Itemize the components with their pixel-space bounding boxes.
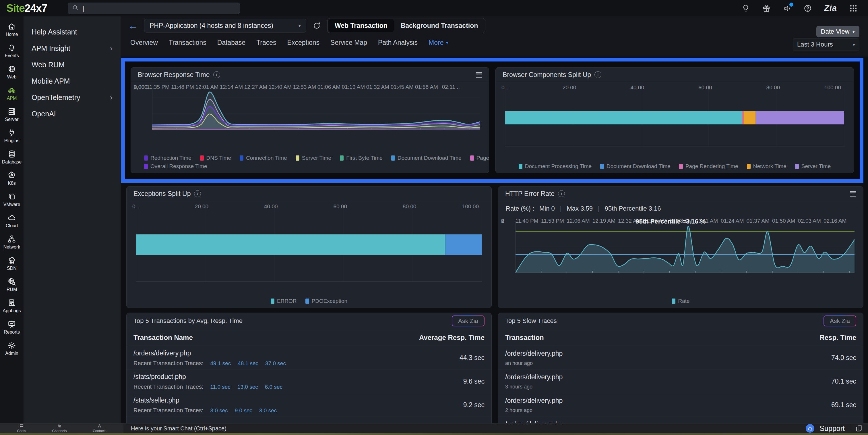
legend-item[interactable]: Connection Time (240, 155, 287, 161)
legend-item[interactable]: Page Rendering Time (470, 155, 489, 161)
sidebar-item-cloud[interactable]: Cloud (6, 213, 18, 228)
sidebar-item-applogs[interactable]: AppLogs (3, 298, 21, 314)
legend-item[interactable]: Document Download Time (391, 155, 462, 161)
dock-item-contacts[interactable]: Contacts (93, 424, 106, 433)
trace-link[interactable]: 6.0 sec (265, 384, 282, 390)
sidebar-item-events[interactable]: Events (5, 44, 19, 58)
tab-traces[interactable]: Traces (256, 39, 276, 47)
trace-transaction-name[interactable]: /orders/delivery.php (505, 397, 563, 405)
legend-item[interactable]: DNS Time (200, 155, 231, 161)
line-chart-plot[interactable] (152, 87, 480, 130)
application-selector[interactable]: PHP-Application (4 hosts and 8 instances… (144, 19, 306, 32)
legend-item[interactable]: Page Rendering Time (679, 163, 738, 170)
tab-transactions[interactable]: Transactions (169, 39, 206, 47)
legend-item[interactable]: Network Time (747, 163, 786, 170)
transaction-name[interactable]: /stats/product.php (133, 373, 282, 381)
table-row[interactable]: /orders/delivery.phpan hour ago74.0 sec (498, 346, 863, 370)
idea-icon[interactable] (741, 4, 750, 12)
subnav-item-help-assistant[interactable]: Help Assistant (24, 24, 121, 40)
sidebar-item-web[interactable]: Web (7, 65, 17, 80)
tab-database[interactable]: Database (217, 39, 245, 47)
subnav-item-mobile-apm[interactable]: Mobile APM (24, 73, 121, 89)
announcement-icon[interactable] (783, 4, 792, 12)
toggle-web-transaction[interactable]: Web Transaction (329, 19, 394, 32)
legend-item[interactable]: Overall Response Time (144, 163, 207, 170)
legend-item[interactable]: PDOException (305, 298, 348, 304)
smart-chat-hint[interactable]: Here is your Smart Chat (Ctrl+Space) (131, 425, 226, 432)
sidebar-item-database[interactable]: Database (2, 150, 22, 165)
sidebar-item-k8s[interactable]: K8s (7, 171, 16, 186)
trace-link[interactable]: 37.0 sec (265, 360, 286, 367)
info-icon[interactable]: i (558, 190, 565, 197)
sidebar-item-plugins[interactable]: Plugins (4, 128, 19, 143)
transaction-name[interactable]: /orders/delivery.php (133, 349, 286, 357)
subnav-item-apm-insight[interactable]: APM Insight› (24, 40, 121, 57)
column-avg-resp-time[interactable]: Average Resp. Time (419, 334, 485, 342)
time-range-select[interactable]: Last 3 Hours ▾ (793, 38, 859, 51)
sidebar-item-sdn[interactable]: SDN (7, 256, 17, 271)
tab-exceptions[interactable]: Exceptions (287, 39, 320, 47)
trace-transaction-name[interactable]: /orders/delivery.php (505, 350, 563, 357)
sidebar-item-vmware[interactable]: VMware (3, 192, 20, 207)
transaction-name[interactable]: /stats/seller.php (133, 397, 277, 404)
gift-icon[interactable] (762, 4, 771, 12)
table-row[interactable]: /stats/product.phpRecent Transaction Tra… (127, 370, 491, 393)
refresh-icon[interactable] (313, 22, 321, 30)
trace-link[interactable]: 49.1 sec (210, 360, 231, 367)
help-icon[interactable] (803, 4, 812, 12)
legend-item[interactable]: ERROR (271, 298, 297, 304)
subnav-item-web-rum[interactable]: Web RUM (24, 57, 121, 73)
trace-link[interactable]: 11.0 sec (210, 384, 230, 390)
trace-link[interactable]: 9.0 sec (235, 407, 252, 414)
trace-link[interactable]: 3.0 sec (259, 407, 277, 414)
trace-link[interactable]: 48.1 sec (238, 360, 258, 367)
zia-icon[interactable]: Zia (824, 3, 837, 13)
table-row[interactable]: /stats/seller.phpRecent Transaction Trac… (127, 393, 491, 417)
legend-item[interactable]: Document Download Time (600, 163, 671, 170)
sidebar-item-network[interactable]: Network (3, 235, 20, 250)
info-icon[interactable]: i (213, 71, 220, 78)
area-chart-plot[interactable] (516, 221, 855, 273)
tab-path-analysis[interactable]: Path Analysis (378, 39, 417, 47)
sidebar-item-rum[interactable]: RUM (7, 277, 17, 292)
chart-menu-icon[interactable] (850, 191, 856, 197)
table-row[interactable]: /orders/delivery.phpRecent Transaction T… (127, 346, 491, 370)
legend-item[interactable]: First Byte Time (340, 155, 383, 161)
tab-more[interactable]: More▾ (429, 39, 448, 47)
stacked-bar-plot[interactable] (136, 207, 482, 282)
apps-grid-icon[interactable] (849, 4, 858, 12)
info-icon[interactable]: i (194, 190, 201, 197)
subnav-item-opentelemetry[interactable]: OpenTelemetry› (24, 89, 121, 106)
legend-item[interactable]: Redirection Time (144, 155, 191, 161)
chart-menu-icon[interactable] (476, 72, 482, 78)
sidebar-item-admin[interactable]: Admin (5, 341, 18, 356)
support-label[interactable]: Support (819, 424, 845, 433)
column-resp-time[interactable]: Resp. Time (819, 334, 856, 342)
trace-link[interactable]: 3.0 sec (210, 407, 228, 414)
date-view-button[interactable]: Date View ▾ (816, 26, 859, 37)
legend-item[interactable]: Document Processing Time (519, 163, 592, 170)
legend-item[interactable]: Server Time (795, 163, 831, 170)
tab-service-map[interactable]: Service Map (330, 39, 367, 47)
sidebar-item-apm[interactable]: APM (7, 86, 17, 101)
subnav-item-openai[interactable]: OpenAI (24, 106, 121, 122)
ask-zia-button[interactable]: Ask Zia (824, 316, 856, 326)
trace-transaction-name[interactable]: /orders/delivery.php (505, 373, 563, 381)
tab-overview[interactable]: Overview (130, 39, 158, 47)
sidebar-item-home[interactable]: Home (6, 22, 18, 37)
ask-zia-button[interactable]: Ask Zia (452, 316, 485, 326)
info-icon[interactable]: i (594, 71, 601, 78)
table-row[interactable]: /orders/delivery.php3 hours ago70.1 sec (498, 370, 863, 393)
sidebar-item-reports[interactable]: Reports (4, 320, 20, 335)
dock-item-chats[interactable]: Chats (17, 424, 26, 433)
stacked-bar-plot[interactable] (505, 88, 844, 147)
dock-item-channels[interactable]: Channels (52, 424, 67, 433)
feedback-icon[interactable] (856, 425, 863, 432)
column-transaction-name[interactable]: Transaction Name (133, 334, 193, 342)
legend-item[interactable]: Rate (672, 298, 689, 304)
column-transaction[interactable]: Transaction (505, 334, 544, 342)
legend-item[interactable]: Server Time (296, 155, 331, 161)
support-icon[interactable] (806, 424, 814, 433)
back-arrow-icon[interactable]: ← (128, 21, 138, 30)
table-row[interactable]: /orders/delivery.php2 hours ago69.1 sec (498, 393, 863, 417)
